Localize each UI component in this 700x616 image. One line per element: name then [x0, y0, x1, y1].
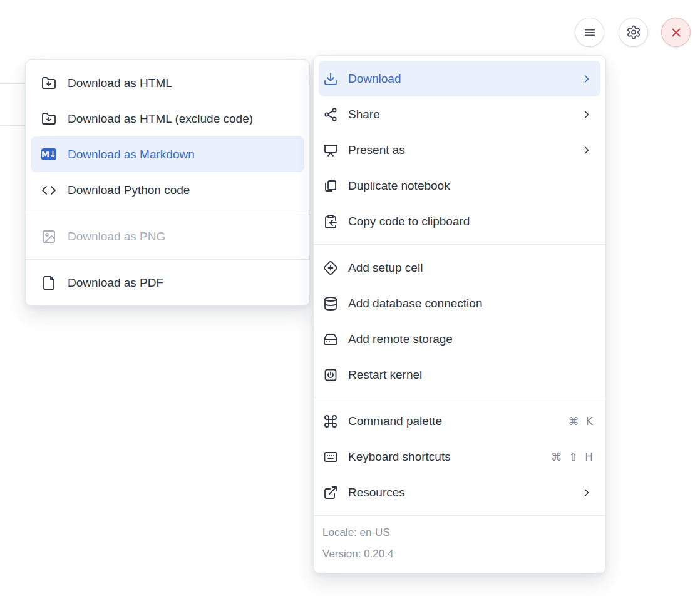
menu-separator — [314, 244, 605, 245]
clipboard-copy-icon — [323, 214, 338, 229]
file-icon — [41, 275, 56, 290]
menu-item-label: Present as — [348, 143, 405, 157]
menu-separator — [26, 259, 309, 260]
menu-item-label: Download Python code — [68, 183, 190, 197]
chevron-right-icon — [580, 108, 593, 121]
menu-item-label: Copy code to clipboard — [348, 215, 470, 228]
notebook-menu-button[interactable] — [575, 18, 604, 47]
menu-item-restart-kernel[interactable]: Restart kernel — [319, 357, 600, 393]
menu-item-download-as-html[interactable]: Download as HTML — [31, 65, 304, 101]
duplicate-icon — [323, 178, 338, 193]
share-icon — [323, 107, 338, 122]
presentation-icon — [323, 143, 338, 158]
menu-item-download-as-markdown[interactable]: M↓ Download as Markdown — [31, 136, 304, 172]
gear-icon — [626, 25, 641, 40]
menu-item-label: Download as PDF — [68, 276, 163, 290]
menu-item-copy-code-to-clipboard[interactable]: Copy code to clipboard — [319, 203, 600, 239]
menu-item-command-palette[interactable]: Command palette ⌘ K — [319, 403, 600, 439]
shortcut-hint: ⌘ K — [568, 415, 593, 428]
menu-item-label: Download as HTML (exclude code) — [68, 112, 253, 126]
menu-item-label: Add remote storage — [348, 332, 453, 346]
code-icon — [41, 183, 56, 198]
folder-download-icon — [41, 76, 56, 91]
close-notebook-button[interactable] — [661, 18, 691, 47]
page-rule-line — [0, 83, 26, 84]
menu-item-duplicate-notebook[interactable]: Duplicate notebook — [319, 168, 600, 203]
menu-item-add-database-connection[interactable]: Add database connection — [319, 285, 600, 321]
menu-item-label: Download — [348, 72, 401, 86]
markdown-badge-icon: M↓ — [41, 147, 56, 162]
menu-item-download[interactable]: Download — [319, 61, 600, 96]
power-square-icon — [323, 367, 338, 382]
menu-item-label: Add database connection — [348, 297, 482, 311]
menu-item-resources[interactable]: Resources — [319, 475, 600, 510]
shortcut-hint: ⌘ ⇧ H — [551, 451, 593, 463]
menu-separator — [26, 213, 309, 213]
app-window: Download as HTML Download as HTML (exclu… — [0, 0, 700, 616]
close-icon — [669, 25, 684, 40]
menu-item-label: Command palette — [348, 414, 442, 428]
folder-download-icon — [41, 111, 56, 126]
menu-item-label: Keyboard shortcuts — [348, 450, 451, 464]
menu-item-label: Duplicate notebook — [348, 179, 450, 193]
database-icon — [323, 296, 338, 311]
download-icon — [323, 71, 338, 86]
menu-item-add-setup-cell[interactable]: Add setup cell — [319, 250, 600, 285]
diamond-plus-icon — [323, 260, 338, 275]
hamburger-icon — [582, 25, 597, 40]
command-icon — [323, 414, 338, 429]
menu-item-download-as-png: Download as PNG — [31, 218, 304, 254]
settings-button[interactable] — [619, 18, 648, 47]
menu-item-download-as-pdf[interactable]: Download as PDF — [31, 265, 304, 300]
menu-item-download-python-code[interactable]: Download Python code — [31, 172, 304, 208]
hard-drive-icon — [323, 332, 338, 347]
menu-separator — [314, 398, 605, 398]
image-icon — [41, 229, 56, 244]
menu-item-download-as-html-exclude-code[interactable]: Download as HTML (exclude code) — [31, 101, 304, 136]
locale-text: Locale: en-US — [322, 522, 597, 543]
menu-item-present-as[interactable]: Present as — [319, 132, 600, 168]
menu-item-label: Restart kernel — [348, 368, 422, 382]
menu-item-label: Download as PNG — [68, 230, 165, 244]
version-text: Version: 0.20.4 — [322, 543, 597, 565]
menu-item-label: Resources — [348, 486, 405, 500]
menu-item-add-remote-storage[interactable]: Add remote storage — [319, 321, 600, 357]
menu-item-share[interactable]: Share — [319, 96, 600, 132]
menu-item-label: Add setup cell — [348, 261, 423, 275]
menu-item-label: Download as Markdown — [68, 148, 195, 162]
chevron-right-icon — [580, 144, 593, 157]
menu-item-label: Share — [348, 108, 380, 121]
download-submenu: Download as HTML Download as HTML (exclu… — [25, 59, 310, 306]
external-link-icon — [323, 485, 338, 500]
menu-footer: Locale: en-US Version: 0.20.4 — [314, 515, 605, 573]
notebook-actions-menu: Download Share Present as — [313, 55, 606, 573]
menu-item-keyboard-shortcuts[interactable]: Keyboard shortcuts ⌘ ⇧ H — [319, 439, 600, 475]
chevron-right-icon — [580, 486, 593, 499]
keyboard-icon — [323, 449, 338, 465]
page-rule-line — [0, 125, 26, 126]
menu-item-label: Download as HTML — [68, 76, 172, 90]
chevron-right-icon — [580, 73, 593, 85]
